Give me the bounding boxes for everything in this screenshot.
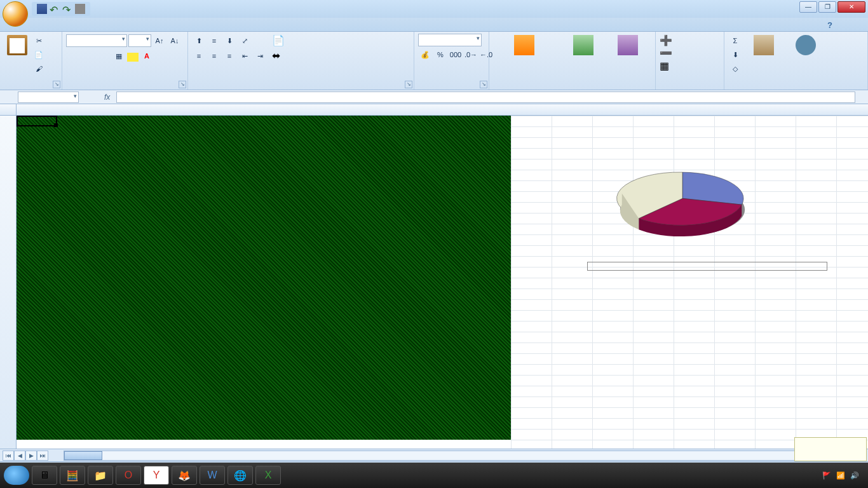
taskbar-app-firefox[interactable]: 🦊 xyxy=(172,466,197,485)
taskbar-app-chrome[interactable]: 🌐 xyxy=(227,466,253,485)
fill-button[interactable]: ⬇ xyxy=(728,48,742,62)
data-region xyxy=(17,116,511,440)
redo-icon[interactable]: ↷ xyxy=(62,4,72,14)
delete-icon: ➖ xyxy=(660,47,672,59)
tray-flag-icon[interactable]: 🚩 xyxy=(822,471,831,480)
horizontal-scrollbar[interactable] xyxy=(64,451,857,461)
group-clipboard: ✂ 📄 🖌 ↘ xyxy=(0,32,62,90)
number-launcher[interactable]: ↘ xyxy=(480,81,487,88)
minimize-button[interactable]: — xyxy=(799,1,817,13)
ribbon-tabs xyxy=(0,18,868,32)
cells-area[interactable] xyxy=(17,116,868,449)
name-box[interactable] xyxy=(18,92,79,103)
maximize-button[interactable]: ❐ xyxy=(818,1,836,13)
chart[interactable] xyxy=(525,116,817,332)
tray-sound-icon[interactable]: 🔊 xyxy=(850,471,859,480)
font-name-combo[interactable] xyxy=(66,34,127,47)
bold-button[interactable] xyxy=(66,49,80,63)
sheet-nav-prev[interactable]: ◀ xyxy=(14,451,25,461)
taskbar-app-yandex[interactable]: Y xyxy=(144,466,169,485)
wrap-text-button[interactable]: 📄 xyxy=(272,34,286,46)
sheet-nav-first[interactable]: ⏮ xyxy=(3,451,14,461)
increase-indent-button[interactable]: ⇥ xyxy=(253,49,267,63)
fill-color-button[interactable] xyxy=(127,53,139,62)
underline-button[interactable] xyxy=(97,49,111,63)
office-button[interactable] xyxy=(3,1,28,27)
sort-icon xyxy=(754,35,774,55)
group-font: A↑ A↓ ▦ A ↘ xyxy=(62,32,188,90)
percent-button[interactable]: % xyxy=(433,48,447,62)
merge-center-button[interactable]: ⬌ xyxy=(272,49,286,62)
number-format-combo[interactable] xyxy=(418,34,482,46)
font-color-button[interactable]: A xyxy=(140,49,154,63)
taskbar-app-excel[interactable]: X xyxy=(255,466,281,485)
paste-button[interactable] xyxy=(4,34,31,58)
format-icon: ▦ xyxy=(660,60,669,72)
system-tray: 🚩 📶 🔊 xyxy=(817,471,864,480)
align-center-button[interactable]: ≡ xyxy=(207,49,221,63)
format-painter-button[interactable]: 🖌 xyxy=(32,62,46,76)
format-cells-button[interactable]: ▦ xyxy=(660,59,670,72)
align-bottom-button[interactable]: ⬇ xyxy=(222,34,236,48)
group-editing: Σ ⬇ ◇ xyxy=(724,32,868,90)
paste-icon xyxy=(7,35,27,55)
border-button[interactable]: ▦ xyxy=(112,49,126,63)
comma-button[interactable]: 000 xyxy=(449,48,463,62)
insert-cells-button[interactable]: ➕ xyxy=(660,34,674,46)
taskbar-app-opera[interactable]: O xyxy=(116,466,141,485)
sheet-nav-next[interactable]: ▶ xyxy=(25,451,37,461)
spreadsheet-grid xyxy=(0,104,868,449)
format-as-table-button[interactable] xyxy=(555,34,611,58)
cell-styles-button[interactable] xyxy=(611,34,644,58)
taskbar-app-1[interactable]: 🖥 xyxy=(32,466,57,485)
copy-button[interactable]: 📄 xyxy=(32,48,46,62)
tray-network-icon[interactable]: 📶 xyxy=(836,471,845,480)
font-launcher[interactable]: ↘ xyxy=(179,81,186,88)
group-alignment: ⬆ ≡ ⬇ ⤢ ≡ ≡ ≡ ⇤ ⇥ 📄 xyxy=(188,32,414,90)
grow-font-button[interactable]: A↑ xyxy=(153,34,166,48)
close-button[interactable]: ✕ xyxy=(837,1,865,13)
formula-input[interactable] xyxy=(116,92,855,103)
start-button[interactable] xyxy=(4,466,29,485)
chart-legend xyxy=(587,262,827,271)
orientation-button[interactable]: ⤢ xyxy=(238,34,252,48)
delete-cells-button[interactable]: ➖ xyxy=(660,46,674,59)
save-icon[interactable] xyxy=(37,4,47,14)
align-middle-button[interactable]: ≡ xyxy=(207,34,221,48)
selected-cell xyxy=(17,116,57,126)
group-styles xyxy=(489,32,656,90)
taskbar-app-3[interactable]: 📁 xyxy=(88,466,113,485)
sheet-nav-last[interactable]: ⏭ xyxy=(37,451,48,461)
taskbar-app-2[interactable]: 🧮 xyxy=(60,466,85,485)
italic-button[interactable] xyxy=(81,49,95,63)
align-right-button[interactable]: ≡ xyxy=(222,49,236,63)
align-top-button[interactable]: ⬆ xyxy=(192,34,206,48)
decrease-indent-button[interactable]: ⇤ xyxy=(238,49,252,63)
wrap-icon: 📄 xyxy=(272,34,285,46)
title-bar: ↶ ↷ — ❐ ✕ xyxy=(0,0,868,18)
cut-button[interactable]: ✂ xyxy=(32,34,46,48)
print-icon[interactable] xyxy=(75,4,85,14)
sort-filter-button[interactable] xyxy=(742,34,785,58)
clipboard-launcher[interactable]: ↘ xyxy=(53,81,60,88)
taskbar-app-word[interactable]: W xyxy=(200,466,225,485)
find-icon xyxy=(796,35,816,55)
conditional-formatting-button[interactable] xyxy=(493,34,555,58)
fx-icon[interactable]: fx xyxy=(104,93,110,102)
autosum-button[interactable]: Σ xyxy=(728,34,742,48)
currency-button[interactable]: 💰 xyxy=(418,48,432,62)
taskbar: 🖥 🧮 📁 O Y 🦊 W 🌐 X 🚩 📶 🔊 xyxy=(0,463,868,488)
undo-icon[interactable]: ↶ xyxy=(50,4,60,14)
align-left-button[interactable]: ≡ xyxy=(192,49,206,63)
ribbon: ✂ 📄 🖌 ↘ A↑ A↓ ▦ A ↘ xyxy=(0,32,868,90)
increase-decimal-button[interactable]: .0→ xyxy=(464,48,478,62)
shrink-font-button[interactable]: A↓ xyxy=(168,34,182,48)
font-size-combo[interactable] xyxy=(128,34,151,47)
select-all-corner[interactable] xyxy=(0,104,17,115)
clear-button[interactable]: ◇ xyxy=(728,62,742,76)
help-icon[interactable]: ? xyxy=(827,20,832,30)
cond-format-icon xyxy=(514,35,534,55)
insert-icon: ➕ xyxy=(660,34,672,46)
find-select-button[interactable] xyxy=(785,34,826,58)
alignment-launcher[interactable]: ↘ xyxy=(405,81,412,88)
